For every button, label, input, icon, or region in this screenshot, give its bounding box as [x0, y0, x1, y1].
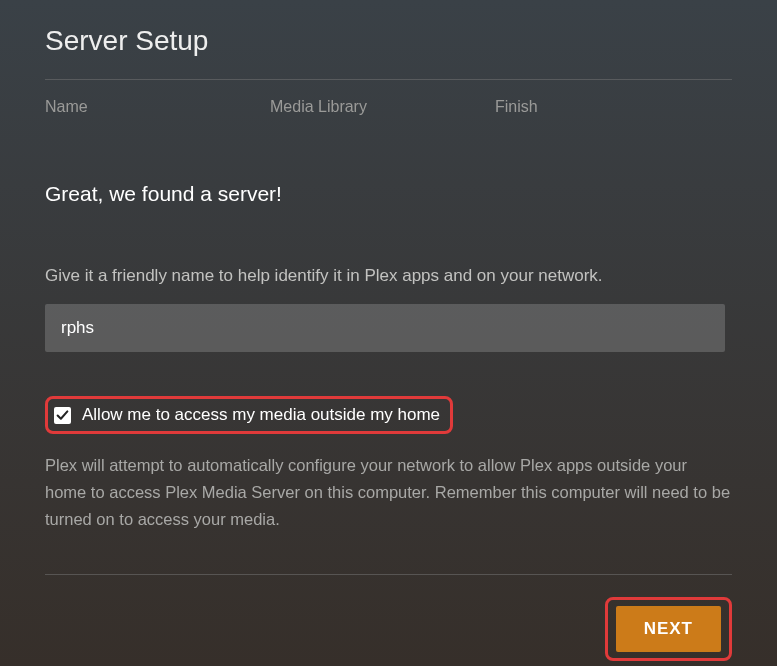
- server-name-input[interactable]: [45, 304, 725, 352]
- remote-access-help-text: Plex will attempt to automatically confi…: [45, 452, 732, 534]
- found-server-headline: Great, we found a server!: [45, 182, 732, 206]
- name-instruction: Give it a friendly name to help identify…: [45, 266, 732, 286]
- footer-divider: [45, 574, 732, 575]
- next-button-highlight: NEXT: [605, 597, 732, 661]
- page-title: Server Setup: [45, 25, 732, 57]
- remote-access-label[interactable]: Allow me to access my media outside my h…: [82, 405, 440, 425]
- remote-access-checkbox[interactable]: [54, 407, 71, 424]
- checkmark-icon: [56, 409, 69, 422]
- wizard-steps: Name Media Library Finish: [45, 80, 732, 116]
- step-name[interactable]: Name: [45, 98, 270, 116]
- next-button[interactable]: NEXT: [616, 606, 721, 652]
- remote-access-row[interactable]: Allow me to access my media outside my h…: [45, 396, 453, 434]
- footer: NEXT: [45, 597, 732, 661]
- step-finish[interactable]: Finish: [495, 98, 720, 116]
- step-media-library[interactable]: Media Library: [270, 98, 495, 116]
